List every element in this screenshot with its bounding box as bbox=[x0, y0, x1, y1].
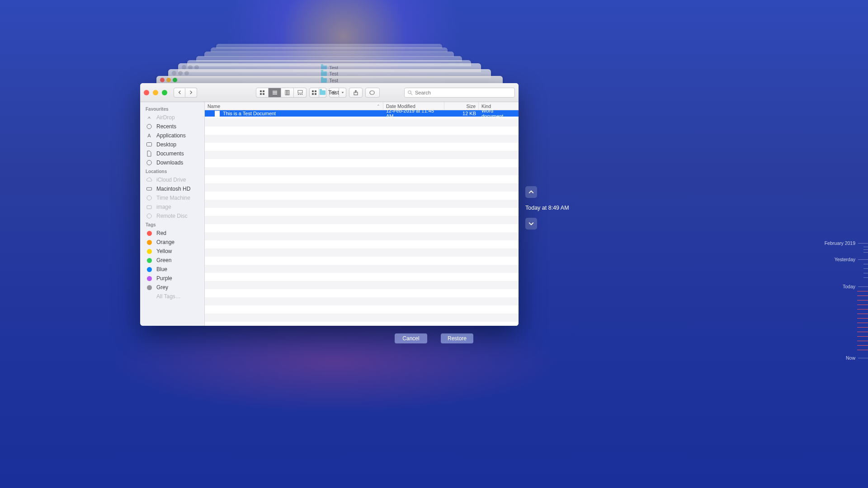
svg-rect-11 bbox=[298, 94, 299, 95]
svg-rect-20 bbox=[370, 91, 374, 94]
svg-rect-12 bbox=[300, 94, 301, 95]
svg-rect-6 bbox=[273, 94, 277, 94]
sort-ascending-icon: ⌃ bbox=[377, 104, 380, 108]
sidebar-item-label: Green bbox=[156, 257, 171, 263]
sidebar-item-label: Red bbox=[156, 230, 166, 236]
svg-text:A: A bbox=[147, 133, 151, 138]
sidebar-item-remote-disc[interactable]: Remote Disc bbox=[140, 211, 204, 221]
sidebar-item-label: Applications bbox=[156, 132, 186, 139]
timeline[interactable]: February 2019 Yesterday Today Now bbox=[832, 235, 868, 371]
remote-disc-icon bbox=[146, 213, 153, 219]
documents-icon bbox=[146, 150, 153, 157]
snapshot-newer-button[interactable] bbox=[525, 218, 537, 230]
sidebar-item-macintosh-hd[interactable]: Macintosh HD bbox=[140, 184, 204, 193]
column-headers: Name⌃ Date Modified Size Kind bbox=[205, 102, 519, 110]
sidebar-item-desktop[interactable]: Desktop bbox=[140, 140, 204, 149]
column-name[interactable]: Name⌃ bbox=[205, 102, 383, 110]
restore-button[interactable]: Restore bbox=[441, 333, 473, 343]
svg-rect-4 bbox=[273, 91, 277, 92]
sidebar-item-time-machine[interactable]: Time Machine bbox=[140, 193, 204, 202]
back-button[interactable] bbox=[174, 88, 185, 98]
svg-rect-27 bbox=[147, 188, 152, 190]
sidebar-item-yellow[interactable]: Yellow bbox=[140, 247, 204, 256]
file-list: Name⌃ Date Modified Size Kind This is a … bbox=[205, 102, 519, 326]
svg-point-30 bbox=[147, 214, 151, 218]
tag-dot-icon bbox=[146, 266, 153, 272]
minimize-icon[interactable] bbox=[153, 90, 158, 95]
file-date: 12-Feb-2019 at 11:45 AM bbox=[383, 110, 444, 117]
sidebar-section-header: Favourites bbox=[140, 105, 204, 113]
timeline-label: Now bbox=[810, 355, 855, 361]
list-view-button[interactable] bbox=[269, 88, 281, 98]
table-row[interactable]: This is a Test Document12-Feb-2019 at 11… bbox=[205, 110, 519, 117]
sidebar-item-label: Time Machine bbox=[156, 195, 190, 201]
file-kind: Word document bbox=[479, 110, 519, 117]
sidebar-item-green[interactable]: Green bbox=[140, 256, 204, 265]
file-rows[interactable]: This is a Test Document12-Feb-2019 at 11… bbox=[205, 110, 519, 326]
sidebar-item-applications[interactable]: AApplications bbox=[140, 131, 204, 140]
sidebar-item-airdrop[interactable]: AirDrop bbox=[140, 113, 204, 122]
action-gear-button[interactable] bbox=[329, 88, 339, 98]
action-menu-button[interactable] bbox=[339, 88, 346, 98]
sidebar-item-purple[interactable]: Purple bbox=[140, 274, 204, 283]
svg-rect-10 bbox=[298, 90, 302, 93]
icloud-drive-icon bbox=[146, 177, 153, 183]
sidebar-item-image[interactable]: image bbox=[140, 202, 204, 211]
close-icon[interactable] bbox=[144, 90, 149, 95]
sidebar-item-documents[interactable]: Documents bbox=[140, 149, 204, 158]
file-size: 12 KB bbox=[444, 110, 479, 117]
sidebar-item-icloud-drive[interactable]: iCloud Drive bbox=[140, 175, 204, 184]
all-tags--icon bbox=[146, 293, 153, 300]
group-button[interactable] bbox=[309, 88, 319, 98]
svg-rect-29 bbox=[147, 206, 151, 209]
sidebar-item-blue[interactable]: Blue bbox=[140, 265, 204, 274]
forward-button[interactable] bbox=[185, 88, 197, 98]
sidebar-item-all-tags-[interactable]: All Tags… bbox=[140, 292, 204, 301]
sidebar-item-label: Macintosh HD bbox=[156, 186, 190, 192]
tag-dot-icon bbox=[146, 284, 153, 291]
search-field[interactable] bbox=[404, 88, 515, 98]
history-window-title: Test bbox=[329, 78, 338, 83]
view-mode-segment bbox=[256, 88, 307, 98]
tags-button[interactable] bbox=[365, 88, 380, 98]
maximize-icon[interactable] bbox=[162, 90, 167, 95]
cancel-button[interactable]: Cancel bbox=[395, 333, 427, 343]
sidebar-item-recents[interactable]: Recents bbox=[140, 122, 204, 131]
sidebar-item-label: image bbox=[156, 204, 171, 210]
column-view-button[interactable] bbox=[281, 88, 294, 98]
sidebar-item-grey[interactable]: Grey bbox=[140, 283, 204, 292]
svg-point-21 bbox=[408, 90, 411, 93]
sidebar-item-red[interactable]: Red bbox=[140, 229, 204, 238]
search-input[interactable] bbox=[415, 90, 512, 95]
airdrop-icon bbox=[146, 114, 153, 121]
column-size[interactable]: Size bbox=[444, 102, 479, 110]
tag-dot-icon bbox=[146, 275, 153, 282]
time-machine-icon bbox=[146, 195, 153, 201]
sidebar-item-label: Recents bbox=[156, 123, 176, 130]
sidebar-item-label: Yellow bbox=[156, 248, 172, 254]
tag-dot-icon bbox=[146, 239, 153, 245]
snapshot-older-button[interactable] bbox=[525, 186, 537, 198]
downloads-icon bbox=[146, 160, 153, 166]
sidebar-item-orange[interactable]: Orange bbox=[140, 238, 204, 247]
svg-rect-25 bbox=[147, 143, 152, 146]
sidebar-item-downloads[interactable]: Downloads bbox=[140, 158, 204, 167]
group-menu-button[interactable] bbox=[319, 88, 326, 98]
share-button[interactable] bbox=[349, 88, 363, 98]
gallery-view-button[interactable] bbox=[294, 88, 307, 98]
timeline-label: February 2019 bbox=[810, 240, 855, 246]
file-name: This is a Test Document bbox=[223, 111, 276, 116]
search-icon bbox=[407, 90, 413, 95]
svg-point-23 bbox=[147, 124, 151, 129]
group-segment bbox=[309, 88, 326, 98]
icon-view-button[interactable] bbox=[256, 88, 269, 98]
snapshot-nav: Today at 8:49 AM bbox=[525, 186, 569, 230]
tag-dot-icon bbox=[146, 248, 153, 254]
desktop-icon bbox=[146, 141, 153, 148]
svg-rect-0 bbox=[260, 90, 262, 92]
sidebar-item-label: Blue bbox=[156, 266, 167, 272]
svg-rect-1 bbox=[263, 90, 264, 92]
svg-rect-13 bbox=[302, 94, 302, 95]
window-controls bbox=[144, 90, 167, 95]
svg-rect-15 bbox=[315, 90, 316, 92]
